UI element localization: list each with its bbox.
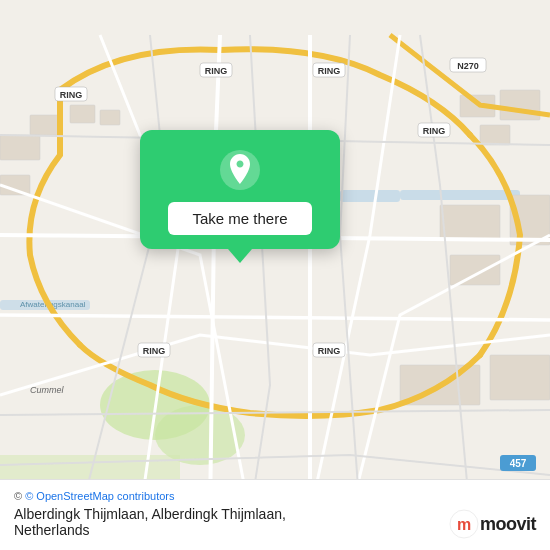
svg-rect-11 [500,90,540,120]
svg-rect-17 [490,355,550,400]
svg-rect-8 [70,105,95,123]
map-svg: Afwateringskanaal [0,0,550,550]
svg-text:RING: RING [423,126,446,136]
svg-text:RING: RING [205,66,228,76]
moovit-text: moovit [480,514,536,535]
svg-text:RING: RING [318,346,341,356]
svg-rect-1 [400,190,520,200]
location-pin-icon [218,148,262,192]
svg-text:RING: RING [143,346,166,356]
popup-card: Take me there [140,130,340,249]
moovit-brand-icon: m [448,508,480,540]
map-container: Afwateringskanaal [0,0,550,550]
copyright-text: © © OpenStreetMap contributors [14,490,536,502]
svg-rect-7 [30,115,60,135]
svg-text:m: m [457,516,471,533]
moovit-logo: m moovit [448,508,536,540]
copyright-symbol: © [14,490,22,502]
take-me-there-button[interactable]: Take me there [168,202,311,235]
svg-text:N270: N270 [457,61,479,71]
svg-rect-13 [440,205,500,240]
location-line2: Netherlands [14,522,90,538]
svg-text:457: 457 [510,458,527,469]
bottom-bar: © © OpenStreetMap contributors Alberding… [0,479,550,550]
svg-rect-0 [340,190,400,202]
svg-text:Cummel: Cummel [30,385,65,395]
location-line1: Alberdingk Thijmlaan, Alberdingk Thijmla… [14,506,286,522]
svg-text:RING: RING [60,90,83,100]
svg-rect-18 [0,135,40,160]
svg-rect-15 [450,255,500,285]
svg-rect-9 [100,110,120,125]
osm-link[interactable]: © OpenStreetMap contributors [25,490,174,502]
svg-rect-12 [480,125,510,145]
svg-text:RING: RING [318,66,341,76]
